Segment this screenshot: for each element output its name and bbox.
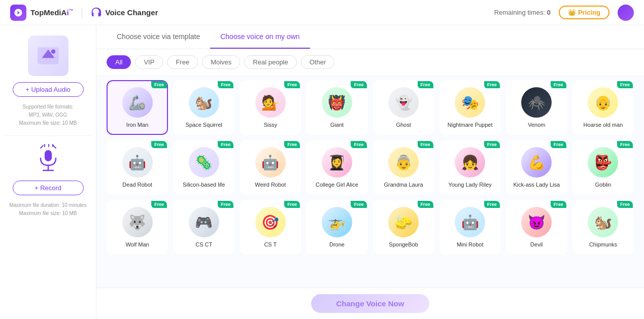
remaining-label: Remaining times: 0 <box>494 9 551 16</box>
free-badge: Free <box>551 141 566 148</box>
voice-card[interactable]: Free 🎭 Nightmare Puppet <box>439 80 501 135</box>
voice-avatar: 👺 <box>588 147 618 178</box>
free-badge: Free <box>151 201 167 208</box>
mic-illustration <box>33 144 63 174</box>
filter-movies[interactable]: Moives <box>202 55 240 69</box>
free-badge: Free <box>484 81 500 88</box>
voice-card[interactable]: Free 👩‍🎓 College Girl Alice <box>306 140 367 195</box>
voice-changer-icon <box>90 7 101 18</box>
voice-name: Dead Robot <box>122 182 152 188</box>
voice-name: SpongeBob <box>389 241 418 247</box>
free-badge: Free <box>284 201 300 208</box>
filter-bar: All VIP Free Moives Real people Other <box>96 49 644 75</box>
voice-card[interactable]: Free 🧽 SpongeBob <box>373 200 434 255</box>
upload-audio-button[interactable]: + Upload Audio <box>13 82 84 97</box>
voice-avatar: 🐿️ <box>189 87 219 118</box>
free-badge: Free <box>617 201 633 208</box>
free-badge: Free <box>284 141 300 148</box>
voice-name: Venom <box>528 122 545 128</box>
voice-card[interactable]: Free 😈 Devil <box>506 200 567 255</box>
voice-name: CS T <box>264 241 277 247</box>
free-badge: Free <box>551 81 566 88</box>
voice-name: Iron Man <box>126 122 148 128</box>
voice-name: Sissy <box>264 122 277 128</box>
voice-avatar: 🦠 <box>189 147 219 178</box>
voice-avatar: 💁 <box>255 87 286 118</box>
voice-grid-container[interactable]: Free 🦾 Iron Man Free 🐿️ Space Squirrel F… <box>96 75 644 288</box>
app-name: Voice Changer <box>106 8 158 17</box>
voice-name: Silicon-based life <box>183 182 225 188</box>
free-badge: Free <box>218 141 233 148</box>
voice-avatar: 🕷️ <box>521 87 552 118</box>
voice-name: Hoarse old man <box>584 122 623 128</box>
voice-card[interactable]: Free 🎮 CS CT <box>173 200 234 255</box>
voice-avatar: 😈 <box>521 207 552 237</box>
voice-card[interactable]: Free 🐺 Wolf Man <box>107 200 168 255</box>
free-badge: Free <box>218 81 233 88</box>
free-badge: Free <box>617 141 633 148</box>
voice-card[interactable]: Free 💪 Kick-ass Lady Lisa <box>506 140 567 195</box>
filter-other[interactable]: Other <box>301 55 335 69</box>
voice-avatar: 🎯 <box>255 207 286 237</box>
voice-card[interactable]: Free 👺 Goblin <box>572 140 634 195</box>
voice-avatar: 🐿️ <box>588 207 618 237</box>
voice-name: College Girl Alice <box>316 182 358 188</box>
voice-card[interactable]: Free 👻 Ghost <box>373 80 434 135</box>
free-badge: Free <box>351 141 366 148</box>
content-area: Choose voice via template Choose voice o… <box>96 25 644 319</box>
tab-own[interactable]: Choose voice on my own <box>210 25 310 49</box>
free-badge: Free <box>551 201 566 208</box>
record-button[interactable]: + Record <box>13 181 84 195</box>
crown-icon: 👑 <box>568 9 576 16</box>
voice-name: Young Lady Riley <box>449 182 492 188</box>
voice-card[interactable]: Free 🤖 Dead Robot <box>107 140 168 195</box>
voice-card[interactable]: Free 💁 Sissy <box>240 80 301 135</box>
change-voice-button[interactable]: Change Voice Now <box>311 294 430 313</box>
voice-name: Mini Robot <box>457 241 484 247</box>
voice-card[interactable]: Free 👹 Giant <box>306 80 367 135</box>
voice-name: Nightmare Puppet <box>448 122 493 128</box>
voice-card[interactable]: Free 👧 Young Lady Riley <box>439 140 501 195</box>
svg-point-2 <box>51 50 55 54</box>
tab-template[interactable]: Choose voice via template <box>107 25 210 49</box>
voice-avatar: 🎭 <box>455 87 485 118</box>
svg-line-3 <box>41 146 43 148</box>
voice-card[interactable]: Free 🕷️ Venom <box>506 80 567 135</box>
voice-avatar: 🤖 <box>255 147 286 178</box>
voice-name: Ghost <box>396 122 411 128</box>
free-badge: Free <box>617 81 633 88</box>
voice-card[interactable]: Free 🐿️ Chipmunks <box>572 200 634 255</box>
pricing-button[interactable]: 👑 Pricing <box>559 6 609 19</box>
voice-avatar: 🤖 <box>122 147 153 178</box>
voice-card[interactable]: Free 🤖 Weird Robot <box>240 140 301 195</box>
voice-avatar: 💪 <box>521 147 552 178</box>
voice-avatar: 🤖 <box>455 207 485 237</box>
voice-avatar: 👧 <box>455 147 485 178</box>
sidebar-divider <box>5 135 91 136</box>
filter-free[interactable]: Free <box>167 55 198 69</box>
voice-card[interactable]: Free 🦾 Iron Man <box>107 80 168 135</box>
user-avatar[interactable] <box>618 5 634 21</box>
filter-vip[interactable]: VIP <box>135 55 163 69</box>
free-badge: Free <box>351 81 366 88</box>
main-layout: + Upload Audio Supported file formats:MP… <box>0 25 644 319</box>
filter-all[interactable]: All <box>107 55 131 69</box>
free-badge: Free <box>418 141 433 148</box>
svg-line-7 <box>53 146 56 148</box>
voice-card[interactable]: Free 🎯 CS T <box>240 200 301 255</box>
voice-avatar: 🐺 <box>122 207 153 237</box>
filter-real[interactable]: Real people <box>244 55 296 69</box>
voice-card[interactable]: Free 🐿️ Space Squirrel <box>173 80 234 135</box>
voice-card[interactable]: Free 🚁 Drone <box>306 200 367 255</box>
voice-name: Weird Robot <box>255 182 286 188</box>
voice-name: Kick-ass Lady Lisa <box>513 182 560 188</box>
voice-card[interactable]: Free 👴 Hoarse old man <box>572 80 634 135</box>
voice-name: CS CT <box>195 241 212 247</box>
voice-name: Wolf Man <box>125 241 149 247</box>
mic-icon <box>36 144 61 174</box>
logo-text: TopMediAi™ <box>30 8 74 17</box>
voice-avatar: 👴 <box>588 87 618 118</box>
voice-card[interactable]: Free 👵 Grandma Laura <box>373 140 434 195</box>
voice-card[interactable]: Free 🦠 Silicon-based life <box>173 140 234 195</box>
voice-card[interactable]: Free 🤖 Mini Robot <box>439 200 501 255</box>
